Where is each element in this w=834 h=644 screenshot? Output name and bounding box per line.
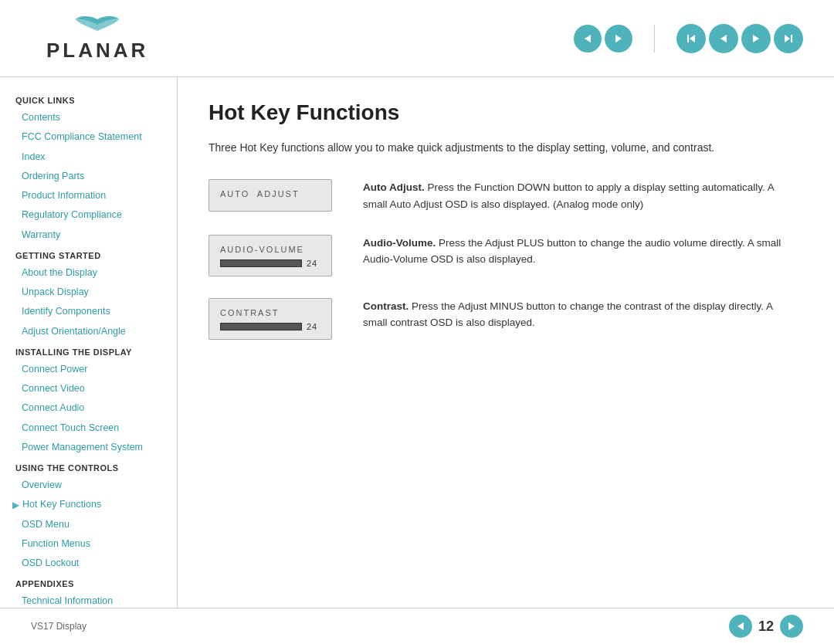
hotkey-audio-volume-bold: Audio-Volume. (363, 237, 436, 249)
svg-marker-5 (753, 35, 759, 42)
hotkey-audio-volume: AUDIO-VOLUME 24 Audio-Volume. Press the … (208, 235, 795, 276)
footer: VS17 Display 12 (0, 608, 834, 644)
first-button[interactable] (676, 24, 706, 53)
hotkey-audio-volume-box: AUDIO-VOLUME 24 (208, 235, 332, 276)
sidebar: Quick Links Contents FCC Compliance Stat… (0, 77, 178, 608)
quick-links-title: Quick Links (0, 90, 177, 108)
contrast-slider-container: 24 (220, 322, 320, 331)
footer-page-number: 12 (758, 619, 774, 635)
svg-rect-7 (791, 35, 792, 42)
audio-volume-value: 24 (307, 259, 320, 268)
next-button[interactable] (605, 25, 632, 53)
svg-marker-8 (737, 622, 744, 630)
next-large-button[interactable] (741, 24, 771, 53)
sidebar-item-identify[interactable]: Identify Components (0, 302, 177, 321)
all-nav-group (676, 24, 803, 53)
nav-divider (654, 25, 655, 53)
appendixes-title: Appendixes (0, 573, 177, 591)
logo-area: PLANAR (46, 14, 148, 63)
footer-page-nav: 12 (729, 615, 803, 638)
sidebar-item-adjust-orientation[interactable]: Adjust Orientation/Angle (0, 322, 177, 341)
sidebar-item-connect-power[interactable]: Connect Power (0, 360, 177, 379)
svg-marker-2 (690, 35, 695, 42)
audio-volume-slider-fill (221, 260, 277, 266)
sidebar-item-overview[interactable]: Overview (0, 476, 177, 495)
svg-marker-0 (585, 35, 591, 42)
sidebar-item-regulatory[interactable]: Regulatory Compliance (0, 205, 177, 225)
sidebar-item-fcc[interactable]: FCC Compliance Statement (0, 127, 177, 147)
audio-volume-slider-container: 24 (220, 259, 320, 268)
hotkey-auto-adjust-bold: Auto Adjust. (363, 181, 425, 193)
footer-next-button[interactable] (780, 615, 803, 638)
footer-model: VS17 Display (31, 621, 86, 632)
sidebar-item-osd-lockout[interactable]: OSD Lockout (0, 554, 177, 573)
main-area: Quick Links Contents FCC Compliance Stat… (0, 77, 834, 608)
intro-paragraph: Three Hot Key functions allow you to mak… (208, 139, 734, 156)
hotkey-contrast: CONTRAST 24 Contrast. Press the Adjust M… (208, 298, 795, 340)
content-area: Hot Key Functions Three Hot Key function… (178, 77, 834, 608)
sidebar-item-connect-audio[interactable]: Connect Audio (0, 398, 177, 418)
hotkey-auto-adjust-box: AUTO ADJUST (208, 179, 332, 212)
hotkey-audio-volume-image: AUDIO-VOLUME 24 (208, 235, 332, 276)
planar-logo: PLANAR (46, 14, 148, 63)
controls-title: Using the Controls (0, 457, 177, 476)
installing-title: Installing the Display (0, 341, 177, 360)
nav-buttons (574, 24, 803, 53)
sidebar-item-function-menus[interactable]: Function Menus (0, 534, 177, 554)
hotkey-contrast-image: CONTRAST 24 (208, 298, 332, 340)
audio-volume-slider-bar (220, 259, 302, 267)
last-button[interactable] (774, 24, 803, 53)
hotkey-contrast-text: Press the Adjust MINUS button to change … (363, 300, 772, 329)
hotkey-auto-adjust-text: Press the Function DOWN button to apply … (363, 181, 774, 210)
svg-marker-4 (720, 35, 727, 42)
sidebar-item-index[interactable]: Index (0, 147, 177, 167)
sidebar-hotkey-label: Hot Key Functions (22, 497, 101, 513)
sidebar-item-about[interactable]: About the Display (0, 263, 177, 283)
svg-marker-6 (785, 35, 790, 42)
active-arrow-icon: ▶ (12, 497, 19, 513)
hotkey-audio-volume-description: Audio-Volume. Press the Adjust PLUS butt… (363, 235, 795, 268)
contrast-slider-bar (220, 323, 302, 330)
hotkey-auto-adjust-image: AUTO ADJUST (208, 179, 332, 212)
hotkey-auto-adjust: AUTO ADJUST Auto Adjust. Press the Funct… (208, 179, 795, 212)
logo-text: PLANAR (46, 39, 148, 63)
sidebar-item-unpack[interactable]: Unpack Display (0, 283, 177, 302)
prev-next-group (574, 25, 632, 53)
sidebar-item-technical[interactable]: Technical Information (0, 591, 177, 608)
sidebar-item-contents[interactable]: Contents (0, 108, 177, 127)
planar-bird-icon (74, 14, 120, 36)
sidebar-item-connect-touch[interactable]: Connect Touch Screen (0, 419, 177, 438)
sidebar-item-warranty[interactable]: Warranty (0, 225, 177, 245)
sidebar-item-hotkey[interactable]: ▶ Hot Key Functions (0, 495, 177, 514)
hotkey-contrast-box: CONTRAST 24 (208, 298, 332, 340)
hotkey-audio-volume-title: AUDIO-VOLUME (220, 245, 320, 254)
page-title: Hot Key Functions (208, 100, 795, 125)
hotkey-auto-adjust-title: AUTO ADJUST (220, 189, 320, 198)
hotkey-auto-adjust-description: Auto Adjust. Press the Function DOWN but… (363, 179, 795, 212)
hotkey-contrast-description: Contrast. Press the Adjust MINUS button … (363, 298, 795, 331)
getting-started-title: Getting Started (0, 245, 177, 263)
prev-button[interactable] (574, 25, 602, 53)
sidebar-item-connect-video[interactable]: Connect Video (0, 379, 177, 398)
contrast-value: 24 (307, 322, 320, 331)
sidebar-item-product-info[interactable]: Product Information (0, 186, 177, 205)
svg-marker-1 (615, 35, 622, 42)
prev-large-button[interactable] (709, 24, 738, 53)
footer-prev-button[interactable] (729, 615, 752, 638)
svg-marker-9 (788, 622, 795, 630)
contrast-slider-fill (221, 324, 277, 330)
svg-rect-3 (687, 35, 689, 42)
hotkey-contrast-bold: Contrast. (363, 300, 409, 312)
hotkey-contrast-title: CONTRAST (220, 308, 320, 317)
sidebar-item-ordering[interactable]: Ordering Parts (0, 167, 177, 186)
sidebar-item-osd-menu[interactable]: OSD Menu (0, 515, 177, 534)
top-header: PLANAR (0, 0, 834, 77)
sidebar-item-power-mgmt[interactable]: Power Management System (0, 438, 177, 457)
